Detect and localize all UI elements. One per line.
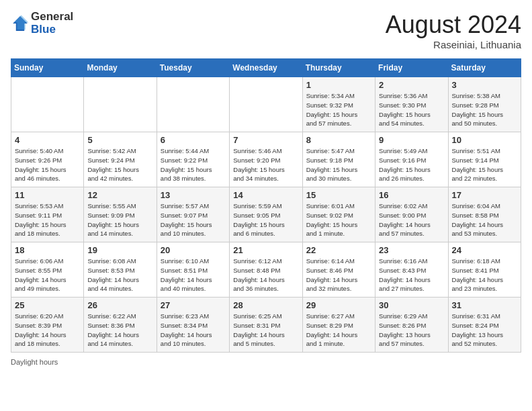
calendar-cell: 3Sunrise: 5:38 AM Sunset: 9:28 PM Daylig… [448, 77, 521, 132]
logo: General Blue [11, 11, 73, 36]
calendar-cell: 6Sunrise: 5:44 AM Sunset: 9:22 PM Daylig… [157, 132, 229, 187]
cell-content: Sunrise: 5:59 AM Sunset: 9:05 PM Dayligh… [233, 201, 298, 238]
cell-content: Sunrise: 6:12 AM Sunset: 8:48 PM Dayligh… [233, 257, 298, 293]
calendar-cell [11, 77, 84, 132]
location: Raseiniai, Lithuania [386, 39, 521, 50]
day-number: 4 [15, 135, 80, 145]
day-number: 15 [306, 190, 371, 200]
calendar-cell: 30Sunrise: 6:29 AM Sunset: 8:26 PM Dayli… [375, 298, 448, 353]
cell-content: Sunrise: 5:42 AM Sunset: 9:24 PM Dayligh… [87, 146, 152, 183]
calendar-cell: 21Sunrise: 6:12 AM Sunset: 8:48 PM Dayli… [230, 242, 302, 298]
cell-content: Sunrise: 5:47 AM Sunset: 9:18 PM Dayligh… [306, 146, 371, 183]
daylight-hours-label: Daylight hours [11, 358, 58, 366]
col-header-friday: Friday [375, 59, 448, 77]
calendar-week-2: 4Sunrise: 5:40 AM Sunset: 9:26 PM Daylig… [11, 132, 521, 187]
cell-content: Sunrise: 5:46 AM Sunset: 9:20 PM Dayligh… [233, 146, 298, 183]
day-number: 7 [233, 135, 298, 145]
cell-content: Sunrise: 6:23 AM Sunset: 8:34 PM Dayligh… [161, 312, 226, 349]
calendar-cell [157, 77, 229, 132]
calendar-cell: 31Sunrise: 6:31 AM Sunset: 8:24 PM Dayli… [448, 298, 521, 353]
cell-content: Sunrise: 5:51 AM Sunset: 9:14 PM Dayligh… [452, 146, 517, 183]
cell-content: Sunrise: 5:34 AM Sunset: 9:32 PM Dayligh… [306, 91, 371, 128]
calendar-cell: 20Sunrise: 6:10 AM Sunset: 8:51 PM Dayli… [157, 242, 229, 298]
day-number: 5 [87, 135, 152, 145]
day-number: 8 [306, 135, 371, 145]
day-number: 17 [452, 190, 517, 200]
day-number: 10 [452, 135, 517, 145]
col-header-saturday: Saturday [448, 59, 521, 77]
day-number: 6 [161, 135, 226, 145]
logo-general: General [31, 11, 73, 24]
calendar-cell: 2Sunrise: 5:36 AM Sunset: 9:30 PM Daylig… [375, 77, 448, 132]
col-header-wednesday: Wednesday [230, 59, 302, 77]
calendar-cell: 23Sunrise: 6:16 AM Sunset: 8:43 PM Dayli… [375, 242, 448, 298]
footer: Daylight hours [11, 358, 521, 366]
day-number: 21 [233, 245, 298, 255]
day-number: 12 [87, 190, 152, 200]
cell-content: Sunrise: 6:27 AM Sunset: 8:29 PM Dayligh… [306, 312, 371, 349]
cell-content: Sunrise: 6:01 AM Sunset: 9:02 PM Dayligh… [306, 201, 371, 238]
cell-content: Sunrise: 6:31 AM Sunset: 8:24 PM Dayligh… [452, 312, 517, 349]
day-number: 14 [233, 190, 298, 200]
cell-content: Sunrise: 6:29 AM Sunset: 8:26 PM Dayligh… [379, 312, 444, 349]
cell-content: Sunrise: 5:49 AM Sunset: 9:16 PM Dayligh… [379, 146, 444, 183]
cell-content: Sunrise: 6:02 AM Sunset: 9:00 PM Dayligh… [379, 201, 444, 238]
cell-content: Sunrise: 6:10 AM Sunset: 8:51 PM Dayligh… [161, 257, 226, 293]
calendar-cell: 14Sunrise: 5:59 AM Sunset: 9:05 PM Dayli… [230, 187, 302, 242]
calendar-cell: 29Sunrise: 6:27 AM Sunset: 8:29 PM Dayli… [302, 298, 375, 353]
calendar-cell: 9Sunrise: 5:49 AM Sunset: 9:16 PM Daylig… [375, 132, 448, 187]
day-number: 31 [452, 300, 517, 310]
calendar-cell: 26Sunrise: 6:22 AM Sunset: 8:36 PM Dayli… [84, 298, 157, 353]
day-number: 23 [379, 245, 444, 255]
calendar-cell: 10Sunrise: 5:51 AM Sunset: 9:14 PM Dayli… [448, 132, 521, 187]
calendar-cell: 7Sunrise: 5:46 AM Sunset: 9:20 PM Daylig… [230, 132, 302, 187]
calendar-cell [84, 77, 157, 132]
cell-content: Sunrise: 6:16 AM Sunset: 8:43 PM Dayligh… [379, 257, 444, 293]
calendar-cell [230, 77, 302, 132]
calendar-cell: 8Sunrise: 5:47 AM Sunset: 9:18 PM Daylig… [302, 132, 375, 187]
calendar-cell: 24Sunrise: 6:18 AM Sunset: 8:41 PM Dayli… [448, 242, 521, 298]
calendar-cell: 16Sunrise: 6:02 AM Sunset: 9:00 PM Dayli… [375, 187, 448, 242]
col-header-thursday: Thursday [302, 59, 375, 77]
cell-content: Sunrise: 6:25 AM Sunset: 8:31 PM Dayligh… [233, 312, 298, 349]
day-number: 30 [379, 300, 444, 310]
cell-content: Sunrise: 5:40 AM Sunset: 9:26 PM Dayligh… [15, 146, 80, 183]
cell-content: Sunrise: 6:18 AM Sunset: 8:41 PM Dayligh… [452, 257, 517, 293]
day-number: 22 [306, 245, 371, 255]
day-number: 27 [161, 300, 226, 310]
calendar-cell: 13Sunrise: 5:57 AM Sunset: 9:07 PM Dayli… [157, 187, 229, 242]
cell-content: Sunrise: 5:57 AM Sunset: 9:07 PM Dayligh… [161, 201, 226, 238]
cell-content: Sunrise: 5:44 AM Sunset: 9:22 PM Dayligh… [161, 146, 226, 183]
day-number: 3 [452, 80, 517, 90]
day-number: 2 [379, 80, 444, 90]
calendar-cell: 11Sunrise: 5:53 AM Sunset: 9:11 PM Dayli… [11, 187, 84, 242]
cell-content: Sunrise: 6:06 AM Sunset: 8:55 PM Dayligh… [15, 257, 80, 293]
day-number: 26 [87, 300, 152, 310]
col-header-tuesday: Tuesday [157, 59, 229, 77]
day-number: 9 [379, 135, 444, 145]
col-header-monday: Monday [84, 59, 157, 77]
day-number: 16 [379, 190, 444, 200]
calendar-week-4: 18Sunrise: 6:06 AM Sunset: 8:55 PM Dayli… [11, 242, 521, 298]
month-year: August 2024 [386, 11, 521, 39]
cell-content: Sunrise: 5:36 AM Sunset: 9:30 PM Dayligh… [379, 91, 444, 128]
calendar-header-row: SundayMondayTuesdayWednesdayThursdayFrid… [11, 59, 521, 77]
cell-content: Sunrise: 5:55 AM Sunset: 9:09 PM Dayligh… [87, 201, 152, 238]
calendar-cell: 18Sunrise: 6:06 AM Sunset: 8:55 PM Dayli… [11, 242, 84, 298]
cell-content: Sunrise: 6:14 AM Sunset: 8:46 PM Dayligh… [306, 257, 371, 293]
calendar-cell: 17Sunrise: 6:04 AM Sunset: 8:58 PM Dayli… [448, 187, 521, 242]
cell-content: Sunrise: 6:08 AM Sunset: 8:53 PM Dayligh… [87, 257, 152, 293]
calendar-cell: 27Sunrise: 6:23 AM Sunset: 8:34 PM Dayli… [157, 298, 229, 353]
day-number: 20 [161, 245, 226, 255]
day-number: 1 [306, 80, 371, 90]
calendar-cell: 4Sunrise: 5:40 AM Sunset: 9:26 PM Daylig… [11, 132, 84, 187]
calendar-cell: 5Sunrise: 5:42 AM Sunset: 9:24 PM Daylig… [84, 132, 157, 187]
cell-content: Sunrise: 6:20 AM Sunset: 8:39 PM Dayligh… [15, 312, 80, 349]
cell-content: Sunrise: 6:04 AM Sunset: 8:58 PM Dayligh… [452, 201, 517, 238]
calendar-week-3: 11Sunrise: 5:53 AM Sunset: 9:11 PM Dayli… [11, 187, 521, 242]
logo-icon [11, 14, 30, 33]
calendar-cell: 19Sunrise: 6:08 AM Sunset: 8:53 PM Dayli… [84, 242, 157, 298]
calendar-cell: 1Sunrise: 5:34 AM Sunset: 9:32 PM Daylig… [302, 77, 375, 132]
calendar-cell: 22Sunrise: 6:14 AM Sunset: 8:46 PM Dayli… [302, 242, 375, 298]
day-number: 13 [161, 190, 226, 200]
